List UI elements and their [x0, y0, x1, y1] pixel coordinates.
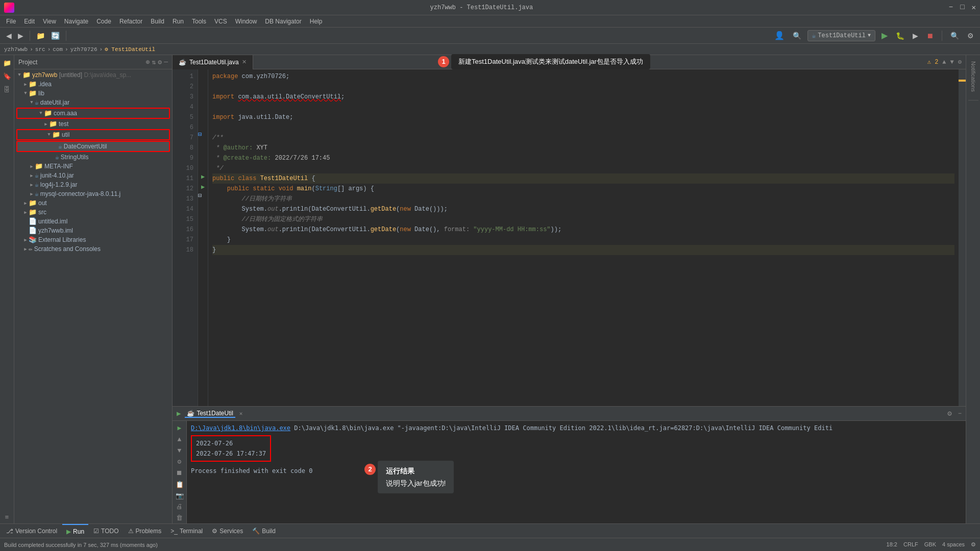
status-crlf[interactable]: CRLF: [903, 541, 918, 548]
tree-item-root[interactable]: ▼ 📁 yzh7wwb [untitled] D:\java\idea_sp..…: [14, 70, 172, 80]
toolbar-forward[interactable]: ▶: [16, 31, 26, 41]
breadcrumb-class[interactable]: ⚙ Test1DateUtil: [105, 46, 155, 53]
status-indent[interactable]: 4 spaces: [942, 541, 965, 548]
menu-dbnavigator[interactable]: DB Navigator: [261, 17, 305, 26]
tree-item-lib[interactable]: ▼ 📁 lib: [14, 89, 172, 98]
menu-tools[interactable]: Tools: [188, 17, 210, 26]
menu-code[interactable]: Code: [92, 17, 115, 26]
search-button[interactable]: 🔍: [948, 31, 961, 41]
run-btn-print[interactable]: 🖨: [174, 502, 186, 512]
toolbar-search-everywhere[interactable]: 🔍: [791, 31, 803, 41]
panel-icon-add[interactable]: ⊕: [146, 58, 150, 66]
bottom-tab-run[interactable]: ▶ Run: [62, 524, 88, 538]
comment-15: //日期转为固定格式的字符串: [242, 214, 323, 224]
toolbar-settings-profile[interactable]: 👤: [772, 30, 787, 41]
toolbar-back[interactable]: ◀: [4, 31, 14, 41]
run-btn-camera[interactable]: 📷: [174, 491, 186, 501]
menu-window[interactable]: Window: [231, 17, 261, 26]
gutter-fold-7[interactable]: ⊟: [198, 131, 208, 141]
tree-item-src[interactable]: ▶ 📁 src: [14, 208, 172, 217]
sidebar-db-icon[interactable]: 🗄: [1, 84, 13, 96]
tree-item-test[interactable]: ▶ 📁 test: [14, 119, 172, 129]
run-btn-up[interactable]: ▲: [174, 434, 186, 444]
tree-item-yzh7wwb-iml[interactable]: 📄 yzh7wwb.iml: [14, 226, 172, 235]
breadcrumb-com[interactable]: com: [53, 46, 63, 53]
import-dateconvertutil: com.aaa.util.DateConvertUtil: [238, 92, 341, 102]
stop-button[interactable]: ⏹: [924, 31, 936, 41]
sidebar-project-icon[interactable]: 📁: [1, 57, 13, 69]
run-gear-icon[interactable]: ⚙: [947, 409, 951, 418]
tree-item-idea[interactable]: ▶ 📁 .idea: [14, 80, 172, 89]
bottom-tab-version-control[interactable]: ⎇ Version Control: [2, 524, 61, 538]
run-exit-line: Process finished with exit code 0: [191, 467, 312, 474]
breadcrumb-package[interactable]: yzh70726: [70, 46, 97, 53]
run-with-coverage[interactable]: ▶: [911, 31, 920, 41]
close-button[interactable]: ✕: [972, 3, 976, 12]
bottom-tab-problems[interactable]: ⚠ Problems: [124, 524, 166, 538]
tree-item-external-libs[interactable]: ▶ 📚 External Libraries: [14, 235, 172, 244]
settings-button[interactable]: ⚙: [965, 31, 976, 41]
breadcrumb-src[interactable]: src: [35, 46, 45, 53]
run-tab-close[interactable]: ✕: [239, 410, 243, 417]
breadcrumb-project[interactable]: yzh7wwb: [4, 46, 28, 53]
panel-icon-sort[interactable]: ⇅: [152, 58, 156, 66]
status-encoding[interactable]: GBK: [924, 541, 936, 548]
menu-refactor[interactable]: Refactor: [115, 17, 146, 26]
run-btn-run[interactable]: ▶: [174, 423, 186, 433]
run-tab-main[interactable]: ☕ Test1DateUtil: [185, 410, 235, 418]
tab-close-button[interactable]: ✕: [242, 59, 247, 65]
bottom-tab-todo[interactable]: ☑ TODO: [89, 524, 122, 538]
run-minimize-icon[interactable]: −: [958, 410, 962, 417]
run-btn-stop[interactable]: ⏹: [174, 468, 186, 478]
sidebar-bookmark-icon[interactable]: 🔖: [1, 70, 13, 83]
status-position[interactable]: 18:2: [887, 541, 897, 548]
run-btn-settings[interactable]: ⚙: [174, 457, 186, 467]
menu-vcs[interactable]: VCS: [210, 17, 231, 26]
toolbar-sync[interactable]: 🔄: [49, 31, 62, 41]
menu-build[interactable]: Build: [146, 17, 168, 26]
minimize-button[interactable]: −: [949, 3, 953, 12]
tree-item-comaaa[interactable]: ▼ 📁 com.aaa: [16, 108, 170, 119]
gutter-run-11[interactable]: ▶: [198, 171, 208, 182]
menu-help[interactable]: Help: [306, 17, 327, 26]
tree-item-dateconvertutil[interactable]: ☕ DateConvertUtil: [16, 141, 170, 152]
navigate-down-icon[interactable]: ▼: [950, 59, 954, 66]
run-button[interactable]: ▶: [879, 30, 890, 41]
java-exe-link[interactable]: D:\Java\jdk1.8\bin\java.exe: [191, 424, 290, 432]
bottom-tab-build[interactable]: 🔨 Build: [248, 524, 280, 538]
debug-button[interactable]: 🐛: [894, 31, 906, 41]
run-btn-down[interactable]: ▼: [174, 445, 186, 456]
tree-item-dateutiljar[interactable]: ▼ ☕ dateUtil.jar: [14, 98, 172, 107]
tree-item-untitlted-iml[interactable]: 📄 untitled.iml: [14, 217, 172, 226]
tab-settings-icon[interactable]: ⚙: [958, 58, 962, 66]
tree-item-stringutils[interactable]: ☕ StringUtils: [14, 153, 172, 162]
tree-item-metainf[interactable]: ▶ 📁 META-INF: [14, 162, 172, 171]
tree-item-util[interactable]: ▼ 📁 util: [16, 129, 170, 140]
sidebar-structure-icon[interactable]: ≡: [1, 511, 13, 523]
maximize-button[interactable]: □: [960, 3, 964, 12]
tree-item-out[interactable]: ▶ 📁 out: [14, 198, 172, 208]
bottom-tab-terminal[interactable]: >_ Terminal: [166, 524, 207, 538]
menu-run[interactable]: Run: [168, 17, 188, 26]
tree-item-scratches[interactable]: ▶ ✏ Scratches and Consoles: [14, 244, 172, 254]
bottom-tab-services[interactable]: ⚙ Services: [208, 524, 247, 538]
gutter-2: [198, 80, 208, 90]
navigate-up-icon[interactable]: ▲: [942, 59, 946, 66]
tree-item-log4j[interactable]: ▶ ☕ log4j-1.2.9.jar: [14, 180, 172, 189]
run-configuration[interactable]: ☕ Test1DateUtil ▼: [807, 30, 875, 41]
notifications-label[interactable]: Notifications: [969, 57, 977, 96]
gutter-run-12[interactable]: ▶: [198, 182, 208, 192]
editor-tab-test1dateutil[interactable]: ☕ Test1DateUtil.java ✕: [173, 55, 253, 69]
tree-item-mysql[interactable]: ▶ ☕ mysql-connector-java-8.0.11.j: [14, 189, 172, 198]
panel-icon-collapse[interactable]: —: [164, 58, 168, 66]
tree-item-junit[interactable]: ▶ ☕ junit-4.10.jar: [14, 171, 172, 180]
menu-edit[interactable]: Edit: [20, 17, 39, 26]
panel-icon-settings[interactable]: ⚙: [158, 58, 162, 66]
tree-label-dateutiljar: dateUtil.jar: [40, 99, 69, 106]
run-btn-trash[interactable]: 🗑: [174, 513, 186, 523]
run-btn-dump[interactable]: 📋: [174, 480, 186, 490]
menu-view[interactable]: View: [39, 17, 60, 26]
menu-file[interactable]: File: [2, 17, 20, 26]
toolbar-project-view[interactable]: 📁: [34, 31, 47, 41]
menu-navigate[interactable]: Navigate: [60, 17, 92, 26]
